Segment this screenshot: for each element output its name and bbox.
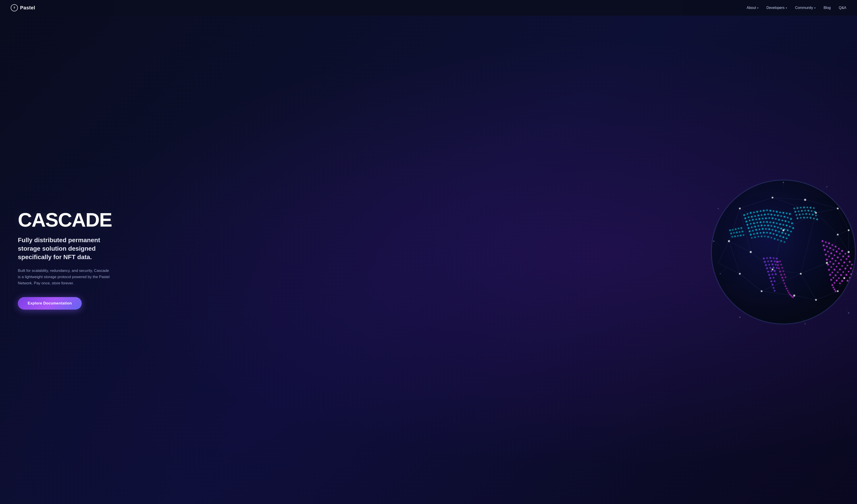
svg-point-274 — [807, 207, 808, 208]
svg-point-118 — [768, 228, 770, 230]
svg-point-178 — [774, 290, 775, 291]
svg-point-135 — [783, 236, 784, 238]
svg-point-198 — [790, 295, 792, 296]
svg-point-353 — [728, 240, 730, 242]
nav-item-community[interactable]: Community ▾ — [795, 6, 816, 10]
nav-link-blog[interactable]: Blog — [824, 6, 831, 10]
svg-point-45 — [767, 209, 768, 211]
svg-point-100 — [754, 226, 756, 228]
svg-point-132 — [773, 233, 774, 235]
svg-point-182 — [780, 264, 782, 265]
svg-point-39 — [747, 213, 748, 215]
svg-point-227 — [847, 265, 848, 266]
svg-point-50 — [783, 212, 784, 214]
svg-point-312 — [743, 234, 744, 236]
svg-point-94 — [783, 224, 784, 225]
nav-link-community[interactable]: Community ▾ — [795, 6, 816, 10]
svg-point-190 — [785, 276, 786, 278]
svg-point-230 — [825, 254, 827, 255]
svg-point-297 — [817, 219, 818, 220]
svg-point-288 — [809, 213, 810, 215]
svg-line-334 — [845, 309, 849, 313]
nav-item-about[interactable]: About ▾ — [747, 6, 759, 10]
svg-point-89 — [766, 221, 768, 223]
svg-point-49 — [779, 212, 781, 213]
svg-point-298 — [729, 230, 731, 231]
svg-point-226 — [844, 262, 845, 263]
svg-point-127 — [757, 233, 758, 234]
svg-point-284 — [796, 214, 797, 216]
nav-link-about[interactable]: About ▾ — [747, 6, 759, 10]
svg-point-146 — [780, 240, 782, 242]
svg-point-53 — [744, 217, 746, 219]
nav-item-qa[interactable]: Q&A — [839, 6, 846, 10]
svg-point-151 — [773, 257, 774, 259]
svg-point-241 — [829, 261, 831, 263]
svg-point-232 — [831, 258, 833, 259]
svg-point-286 — [802, 213, 804, 215]
svg-point-296 — [813, 218, 814, 219]
svg-point-265 — [834, 282, 835, 284]
svg-point-131 — [770, 232, 771, 234]
svg-point-172 — [770, 278, 771, 279]
svg-point-342 — [739, 208, 741, 209]
svg-point-83 — [747, 224, 748, 226]
svg-point-276 — [813, 207, 814, 209]
svg-point-93 — [779, 223, 781, 225]
svg-point-95 — [786, 225, 787, 226]
svg-point-122 — [782, 232, 783, 234]
svg-point-218 — [849, 261, 851, 263]
svg-point-40 — [750, 212, 752, 214]
svg-point-216 — [842, 256, 844, 257]
svg-point-215 — [839, 253, 841, 254]
svg-point-92 — [776, 222, 777, 224]
svg-point-138 — [754, 236, 756, 238]
svg-point-278 — [798, 211, 799, 212]
explore-docs-button[interactable]: Explore Documentation — [18, 297, 82, 309]
svg-point-123 — [785, 233, 786, 234]
svg-point-80 — [785, 220, 786, 222]
svg-point-41 — [753, 212, 755, 213]
svg-point-309 — [734, 235, 736, 237]
svg-point-154 — [768, 261, 769, 262]
svg-point-244 — [839, 269, 841, 270]
nav-item-blog[interactable]: Blog — [824, 6, 831, 10]
svg-point-304 — [733, 232, 735, 234]
svg-point-339 — [800, 273, 802, 274]
svg-point-266 — [831, 284, 833, 286]
svg-point-219 — [851, 264, 853, 265]
svg-point-225 — [840, 259, 842, 261]
svg-point-144 — [774, 238, 775, 239]
svg-point-292 — [800, 217, 802, 219]
svg-point-136 — [786, 238, 787, 239]
svg-point-347 — [848, 251, 850, 253]
svg-point-186 — [783, 270, 784, 272]
svg-point-143 — [771, 237, 772, 238]
svg-point-159 — [769, 264, 770, 265]
svg-point-86 — [757, 222, 758, 223]
svg-point-221 — [827, 251, 829, 252]
svg-point-249 — [831, 266, 832, 268]
svg-point-349 — [815, 299, 817, 301]
svg-point-175 — [774, 281, 775, 282]
svg-point-148 — [763, 258, 764, 259]
svg-point-73 — [762, 218, 763, 219]
svg-point-110 — [787, 230, 789, 231]
svg-point-287 — [805, 213, 807, 215]
logo[interactable]: ? Pastel — [11, 4, 35, 11]
svg-point-44 — [763, 210, 764, 212]
svg-point-291 — [797, 217, 798, 219]
svg-point-96 — [789, 226, 790, 227]
svg-point-141 — [764, 236, 766, 237]
svg-point-250 — [834, 269, 835, 270]
nav-link-developers[interactable]: Developers ▾ — [767, 6, 787, 10]
svg-point-98 — [748, 227, 750, 229]
svg-point-206 — [838, 248, 840, 249]
svg-point-104 — [767, 225, 769, 226]
svg-point-258 — [838, 278, 840, 279]
svg-point-236 — [844, 268, 846, 269]
svg-point-185 — [779, 271, 781, 272]
nav-item-developers[interactable]: Developers ▾ — [767, 6, 787, 10]
svg-point-191 — [783, 280, 784, 281]
nav-link-qa[interactable]: Q&A — [839, 6, 846, 10]
